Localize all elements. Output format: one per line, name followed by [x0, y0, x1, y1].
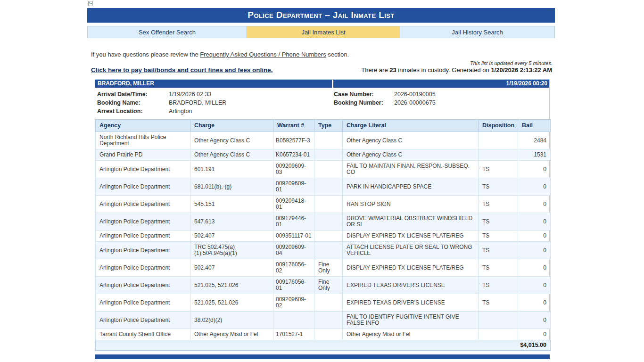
charges-table: AgencyChargeWarrant #TypeCharge LiteralD… — [95, 119, 551, 351]
cell-warrant: 009209418-01 — [273, 196, 314, 213]
tab-sex-offender-search[interactable]: Sex Offender Search — [87, 26, 247, 38]
cell-bail: 0 — [518, 294, 551, 312]
cell-charge: 502.407 — [190, 230, 273, 242]
cell-type — [314, 161, 343, 178]
cell-literal: DISPLAY EXPIRED TX LICENSE PLATE/REG — [343, 230, 479, 242]
charges-header-row: AgencyChargeWarrant #TypeCharge LiteralD… — [96, 120, 551, 132]
column-header-type: Type — [314, 120, 343, 132]
broken-image-icon — [88, 1, 94, 8]
cell-charge: 502.407 — [190, 259, 273, 277]
cell-warrant: 009209609-01 — [273, 178, 314, 196]
cell-charge: 601.191 — [190, 161, 273, 178]
cell-disposition: TS — [479, 294, 518, 312]
cell-type — [314, 213, 343, 230]
cell-charge: TRC 502.475(a)(1),504.945(a)(1) — [190, 242, 273, 259]
custody-mid: inmates in custody. Generated on — [396, 66, 491, 74]
cell-warrant: 009351117-01 — [273, 230, 314, 242]
updated-note: This list is updated every 5 minutes. — [87, 60, 555, 66]
detail-row: Case Number: 2026-00190005 — [334, 90, 549, 99]
tab-label: Jail Inmates List — [301, 29, 345, 36]
cell-agency: Arlington Police Department — [96, 178, 190, 196]
cell-bail: 0 — [518, 196, 551, 213]
pay-bail-link[interactable]: Click here to pay bail/bonds and court f… — [91, 66, 273, 74]
table-row: Arlington Police Department38.02(d)(2)FA… — [96, 312, 551, 329]
cell-agency: North Richland Hills Police Department — [96, 132, 190, 149]
detail-value: BRADFORD, MILLER — [169, 99, 226, 107]
column-header-literal: Charge Literal — [343, 120, 479, 132]
detail-label: Booking Name: — [97, 99, 169, 107]
cell-warrant: 009176056-01 — [273, 277, 314, 294]
custody-prefix: There are — [361, 66, 389, 74]
cell-warrant: 009209609-04 — [273, 242, 314, 259]
cell-literal: Other Agency Class C — [343, 132, 479, 149]
column-header-warrant: Warrant # — [273, 120, 314, 132]
next-inmate-header-bar — [95, 354, 550, 359]
main-content: If you have questions please review the … — [87, 38, 555, 359]
cell-disposition: TS — [479, 277, 518, 294]
cell-literal: EXPIRED TEXAS DRIVER'S LICENSE — [343, 294, 479, 312]
table-row: North Richland Hills Police DepartmentOt… — [96, 132, 551, 149]
tab-jail-history-search[interactable]: Jail History Search — [400, 26, 555, 38]
cell-literal: PARK IN HANDICAPPED SPACE — [343, 178, 479, 196]
cell-charge: 38.02(d)(2) — [190, 312, 273, 329]
cell-bail: 0 — [518, 178, 551, 196]
inmate-count: 23 — [389, 66, 396, 74]
cell-agency: Arlington Police Department — [96, 294, 190, 312]
cell-warrant: 009176056-02 — [273, 259, 314, 277]
faq-prefix: If you have questions please review the — [91, 51, 200, 58]
cell-agency: Arlington Police Department — [96, 213, 190, 230]
cell-bail: 0 — [518, 329, 551, 340]
cell-literal: Other Agency Class C — [343, 149, 479, 161]
cell-bail: 0 — [518, 230, 551, 242]
cell-warrant: K0657234-01 — [273, 149, 314, 161]
cell-literal: DISPLAY EXPIRED TX LICENSE PLATE/REG — [343, 259, 479, 277]
table-row: Arlington Police Department521.025, 521.… — [96, 277, 551, 294]
table-row: Arlington Police Department521.025, 521.… — [96, 294, 551, 312]
cell-type — [314, 132, 343, 149]
faq-line: If you have questions please review the … — [91, 51, 555, 58]
cell-disposition: TS — [479, 230, 518, 242]
detail-value: Arlington — [169, 107, 192, 115]
cell-charge: Other Agency Class C — [190, 149, 273, 161]
charges-tbody: North Richland Hills Police DepartmentOt… — [96, 132, 551, 340]
tab-bar: Sex Offender Search Jail Inmates List Ja… — [87, 26, 555, 38]
faq-link[interactable]: Frequently Asked Questions / Phone Numbe… — [200, 51, 326, 58]
cell-charge: 521.025, 521.026 — [190, 294, 273, 312]
table-row: Arlington Police Department502.407009351… — [96, 230, 551, 242]
cell-bail: 0 — [518, 312, 551, 329]
inmate-card: BRADFORD, MILLER 1/19/2026 00:20 Arrival… — [95, 79, 550, 351]
column-header-bail: Bail — [518, 120, 551, 132]
cell-literal: FAIL TO IDENTIFY FUGITIVE INTENT GIVE FA… — [343, 312, 479, 329]
cell-bail: 0 — [518, 277, 551, 294]
cell-charge: Other Agency Class C — [190, 132, 273, 149]
cell-warrant: B0592577F-3 — [273, 132, 314, 149]
cell-charge: 545.151 — [190, 196, 273, 213]
details-right: Case Number: 2026-00190005 Booking Numbe… — [334, 90, 549, 115]
cell-agency: Arlington Police Department — [96, 196, 190, 213]
faq-suffix: section. — [326, 51, 349, 58]
detail-label: Case Number: — [334, 90, 394, 99]
detail-row: Booking Name: BRADFORD, MILLER — [97, 99, 334, 107]
cell-disposition: TS — [479, 242, 518, 259]
column-header-agency: Agency — [96, 120, 190, 132]
table-row: Arlington Police Department601.191009209… — [96, 161, 551, 178]
cell-disposition: TS — [479, 178, 518, 196]
column-header-charge: Charge — [190, 120, 273, 132]
detail-value: 2026-00000675 — [394, 99, 436, 107]
cell-type — [314, 329, 343, 340]
detail-label: Booking Number: — [334, 99, 394, 107]
tab-jail-inmates-list[interactable]: Jail Inmates List — [247, 26, 400, 38]
custody-status: There are 23 inmates in custody. Generat… — [361, 66, 552, 74]
detail-value: 2026-00190005 — [394, 90, 436, 99]
detail-value: 1/19/2026 02:33 — [169, 90, 211, 99]
cell-disposition — [479, 329, 518, 340]
table-row: Arlington Police DepartmentTRC 502.475(a… — [96, 242, 551, 259]
cell-bail: 2484 — [518, 132, 551, 149]
detail-label: Arrival Date/Time: — [97, 90, 169, 99]
cell-type: Fine Only — [314, 259, 343, 277]
cell-bail: 0 — [518, 242, 551, 259]
cell-literal: Other Agency Misd or Fel — [343, 329, 479, 340]
cell-agency: Arlington Police Department — [96, 230, 190, 242]
cell-disposition — [479, 149, 518, 161]
table-row: Tarrant County Sheriff OfficeOther Agenc… — [96, 329, 551, 340]
